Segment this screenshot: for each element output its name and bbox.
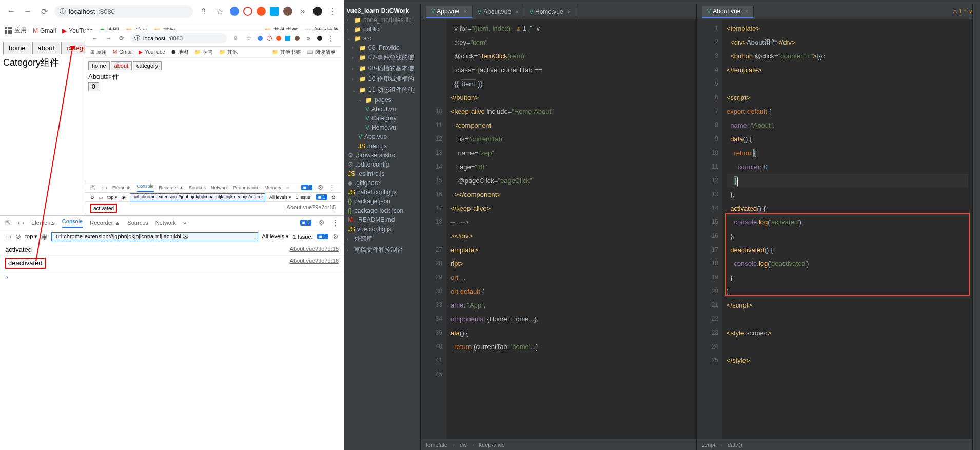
- editor-tab-about2[interactable]: V About.vue ×: [702, 6, 754, 18]
- tree-file[interactable]: JS vue.config.js: [344, 224, 420, 234]
- forward-button[interactable]: →: [22, 5, 34, 17]
- sidebar-toggle[interactable]: ▭: [99, 195, 103, 200]
- breadcrumb-item[interactable]: div: [460, 442, 467, 448]
- tree-folder[interactable]: ⌄📁 11-动态组件的使: [344, 85, 420, 95]
- other-bookmark[interactable]: 📁 其他: [219, 49, 238, 56]
- tree-folder[interactable]: ›📁 08-插槽的基本使: [344, 63, 420, 74]
- ext-icon[interactable]: [276, 36, 281, 41]
- editor-tab-about[interactable]: V About.vue ×: [473, 6, 524, 17]
- tab-network[interactable]: Network: [155, 220, 176, 226]
- settings-icon[interactable]: ⚙: [318, 183, 324, 191]
- code-content[interactable]: v-for="(item, index) ⚠ 1 ⌃ ∨ :key="item"…: [446, 19, 696, 439]
- tree-file-app[interactable]: V App.vue: [344, 132, 420, 141]
- tab-network[interactable]: Network: [211, 185, 228, 190]
- back-button[interactable]: ←: [5, 5, 17, 17]
- tree-pages[interactable]: ⌄📁 pages: [344, 95, 420, 105]
- breadcrumb-item[interactable]: template: [426, 442, 447, 448]
- tab-more[interactable]: »: [183, 220, 186, 226]
- menu-icon[interactable]: ⋮: [332, 219, 339, 227]
- back-button[interactable]: ←: [90, 34, 100, 43]
- forward-button[interactable]: →: [104, 34, 113, 43]
- console-source-link[interactable]: About.vue?9e7d:18: [290, 258, 339, 269]
- ext-icon[interactable]: [295, 36, 300, 41]
- tab-recorder[interactable]: Recorder ▲: [90, 220, 120, 226]
- filter-input[interactable]: [51, 232, 258, 241]
- context-select[interactable]: top ▾: [107, 195, 117, 200]
- tab-about[interactable]: about: [32, 42, 61, 54]
- menu-icon[interactable]: ⋮: [329, 183, 336, 191]
- tab-more[interactable]: »: [286, 185, 289, 190]
- console-prompt[interactable]: ›: [0, 271, 344, 283]
- star-icon[interactable]: ☆: [213, 5, 226, 17]
- ext-icon-5[interactable]: [283, 7, 292, 16]
- ext-icon[interactable]: [267, 36, 272, 41]
- tree-folder[interactable]: ›📁 07-事件总线的使: [344, 52, 420, 63]
- tab-elements[interactable]: Elements: [112, 185, 132, 190]
- tree-external[interactable]: › 外部库: [344, 234, 420, 244]
- menu-icon[interactable]: ⋮: [326, 34, 336, 43]
- tree-folder[interactable]: ›📁 10-作用域插槽的: [344, 74, 420, 85]
- sidebar-toggle[interactable]: ▭: [5, 233, 11, 240]
- apps-button[interactable]: 应用: [5, 26, 27, 35]
- tree-file[interactable]: {} package-lock.json: [344, 206, 420, 215]
- url-bar[interactable]: ⓘ localhost:8080: [130, 33, 227, 43]
- tab-category[interactable]: category: [133, 61, 162, 70]
- gmail-bookmark[interactable]: M Gmail: [113, 49, 132, 55]
- tree-file[interactable]: JS .eslintrc.js: [344, 169, 420, 178]
- tab-elements[interactable]: Elements: [31, 220, 55, 226]
- reading-list[interactable]: 📖 阅读清单: [307, 49, 336, 56]
- settings-icon[interactable]: ⚙: [319, 219, 325, 227]
- menu-icon[interactable]: ⋮: [326, 5, 339, 17]
- other-bookmarks-folder[interactable]: 📁 其他书签: [272, 49, 301, 56]
- counter-button[interactable]: 0: [88, 82, 99, 91]
- breadcrumb-item[interactable]: data(): [728, 442, 742, 448]
- levels-select[interactable]: All levels ▾: [269, 195, 291, 200]
- code-area[interactable]: 10111213141516171827282930333435404145 v…: [421, 19, 696, 439]
- maps-bookmark[interactable]: ⬣ 地图: [171, 49, 188, 56]
- share-icon[interactable]: ⇪: [197, 5, 209, 17]
- tab-home[interactable]: home: [3, 42, 31, 54]
- tree-file[interactable]: M↓ README.md: [344, 215, 420, 224]
- reload-button[interactable]: ⟳: [38, 5, 50, 17]
- code-area[interactable]: 1234567891011121314151617181920212223242…: [697, 19, 972, 439]
- tree-file[interactable]: JS babel.config.js: [344, 188, 420, 197]
- inspect-icon[interactable]: ⇱: [5, 219, 11, 227]
- tab-recorder[interactable]: Recorder ▲: [159, 185, 184, 190]
- more-ext[interactable]: »: [304, 34, 313, 43]
- tree-public[interactable]: ›📁 public: [344, 25, 420, 34]
- clear-icon[interactable]: ⊘: [90, 195, 94, 200]
- filter-input[interactable]: [130, 193, 265, 201]
- project-tree[interactable]: vue3_learn D:\CWork ›📁 node_modules lib …: [344, 4, 421, 450]
- clear-icon[interactable]: ⊘: [15, 233, 21, 240]
- tree-folder[interactable]: ›📁 06_Provide: [344, 43, 420, 52]
- tree-file-category[interactable]: V Category: [344, 114, 420, 123]
- tree-scratch[interactable]: › 草稿文件和控制台: [344, 244, 420, 255]
- tab-home[interactable]: home: [88, 61, 110, 70]
- close-icon[interactable]: ×: [463, 8, 466, 14]
- tree-file-about[interactable]: V About.vu: [344, 105, 420, 114]
- settings-icon[interactable]: ⚙: [332, 233, 339, 240]
- ext-icon[interactable]: [285, 36, 290, 41]
- ext-icon-1[interactable]: [230, 7, 239, 16]
- levels-select[interactable]: All levels ▾: [262, 233, 289, 240]
- console-source-link[interactable]: About.vue?9e7d:15: [287, 204, 336, 213]
- ext-icon[interactable]: [317, 36, 322, 41]
- settings-icon[interactable]: ⚙: [331, 195, 336, 200]
- tree-file-home[interactable]: V Home.vu: [344, 123, 420, 132]
- tree-src[interactable]: ⌄📁 src: [344, 34, 420, 43]
- share-icon[interactable]: ⇪: [231, 34, 240, 43]
- tree-file[interactable]: {} package.json: [344, 197, 420, 206]
- extensions-icon[interactable]: »: [297, 5, 309, 17]
- inspection-badge[interactable]: ⚠ 1 ⌃ ∨: [953, 9, 972, 14]
- ext-icon-2[interactable]: [243, 7, 252, 16]
- tab-sources[interactable]: Sources: [127, 220, 148, 226]
- editor-tab-app[interactable]: V App.vue ×: [426, 6, 473, 18]
- tree-file[interactable]: ⚙ .browserslistrc: [344, 151, 420, 160]
- tree-file[interactable]: ⚙ .editorconfig: [344, 160, 420, 169]
- tab-console[interactable]: Console: [137, 183, 154, 192]
- tree-node-modules[interactable]: ›📁 node_modules lib: [344, 15, 420, 25]
- context-select[interactable]: top ▾: [25, 233, 37, 240]
- breadcrumb-item[interactable]: script: [702, 442, 715, 448]
- ext-icon[interactable]: [258, 36, 263, 41]
- eye-icon[interactable]: ◉: [122, 195, 126, 200]
